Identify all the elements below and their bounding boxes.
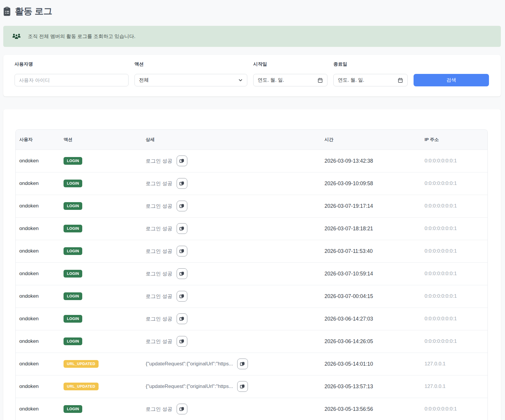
action-badge: LOGIN bbox=[64, 270, 82, 278]
action-badge: LOGIN bbox=[64, 315, 82, 323]
user-name: ondoken bbox=[19, 180, 39, 186]
detail-cell: 로그인 성공 bbox=[142, 398, 321, 420]
copy-button[interactable] bbox=[177, 313, 187, 324]
user-name: ondoken bbox=[19, 406, 39, 412]
col-header-user: 사용자 bbox=[16, 130, 60, 150]
table-row: ondoken LOGIN 로그인 성공 2026-03-09-13:42:38 bbox=[16, 150, 487, 172]
ip-cell: 0:0:0:0:0:0:0:1 bbox=[421, 398, 487, 420]
time-cell: 2026-03-07-10:59:14 bbox=[321, 262, 421, 285]
copy-button[interactable] bbox=[177, 201, 187, 211]
copy-icon bbox=[179, 226, 185, 232]
detail-text: 로그인 성공 bbox=[146, 338, 172, 345]
detail-text: 로그인 성공 bbox=[146, 270, 172, 277]
detail-cell: 로그인 성공 bbox=[142, 172, 321, 195]
clipboard-list-icon bbox=[3, 7, 11, 16]
action-badge: LOGIN bbox=[64, 225, 82, 232]
table-row: ondoken LOGIN 로그인 성공 2026-03-06-14:27:03 bbox=[16, 308, 487, 330]
calendar-icon[interactable] bbox=[317, 77, 323, 83]
copy-button[interactable] bbox=[177, 336, 187, 347]
user-cell: ondoken bbox=[16, 240, 60, 262]
time-value: 2026-03-06-14:27:03 bbox=[324, 316, 373, 322]
start-date-value: 연도. 월. 일. bbox=[258, 77, 284, 83]
table-row: ondoken LOGIN 로그인 성공 2026-03-07-18:18:21 bbox=[16, 217, 487, 240]
action-cell: LOGIN bbox=[60, 285, 142, 308]
copy-icon bbox=[179, 271, 185, 277]
ip-value: 0:0:0:0:0:0:0:1 bbox=[425, 180, 457, 186]
action-cell: LOGIN bbox=[60, 262, 142, 285]
time-cell: 2026-03-07-00:04:15 bbox=[321, 285, 421, 308]
table-row: ondoken LOGIN 로그인 성공 2026-03-05-13:56:56 bbox=[16, 398, 487, 420]
user-cell: ondoken bbox=[16, 353, 60, 375]
ip-value: 0:0:0:0:0:0:0:1 bbox=[425, 158, 457, 164]
user-name: ondoken bbox=[19, 383, 39, 389]
table-row: ondoken URL_UPDATED {"updateRequest":{"o… bbox=[16, 353, 487, 375]
copy-button[interactable] bbox=[177, 404, 187, 414]
action-cell: LOGIN bbox=[60, 398, 142, 420]
user-name: ondoken bbox=[19, 316, 39, 321]
copy-button[interactable] bbox=[177, 246, 187, 256]
user-cell: ondoken bbox=[16, 375, 60, 398]
copy-icon bbox=[179, 158, 185, 164]
username-input[interactable] bbox=[15, 74, 129, 86]
ip-cell: 0:0:0:0:0:0:0:1 bbox=[421, 217, 487, 240]
time-value: 2026-03-05-13:57:13 bbox=[324, 383, 373, 389]
user-cell: ondoken bbox=[16, 217, 60, 240]
page-header: 활동 로그 bbox=[0, 0, 505, 19]
time-cell: 2026-03-05-13:57:13 bbox=[321, 375, 421, 398]
ip-cell: 0:0:0:0:0:0:0:1 bbox=[421, 285, 487, 308]
copy-icon bbox=[179, 181, 185, 186]
copy-button[interactable] bbox=[177, 223, 187, 234]
search-button[interactable]: 검색 bbox=[414, 74, 489, 86]
copy-button[interactable] bbox=[177, 156, 187, 166]
action-badge: LOGIN bbox=[64, 157, 82, 165]
username-field-group: 사용자명 bbox=[15, 61, 129, 86]
time-value: 2026-03-07-10:59:14 bbox=[324, 271, 373, 277]
start-date-input[interactable]: 연도. 월. 일. bbox=[253, 74, 327, 86]
ip-cell: 0:0:0:0:0:0:0:1 bbox=[421, 150, 487, 172]
detail-text: 로그인 성공 bbox=[146, 158, 172, 164]
copy-icon bbox=[179, 316, 185, 322]
time-value: 2026-03-07-18:18:21 bbox=[324, 226, 373, 232]
action-select[interactable]: 전체 bbox=[134, 74, 247, 86]
copy-button[interactable] bbox=[237, 381, 248, 392]
user-name: ondoken bbox=[19, 271, 39, 276]
copy-button[interactable] bbox=[237, 359, 248, 369]
start-date-label: 시작일 bbox=[253, 61, 327, 67]
filter-panel: 사용자명 액션 전체 시작일 연도. 월. 일. bbox=[3, 55, 501, 96]
ip-value: 0:0:0:0:0:0:0:1 bbox=[425, 338, 457, 344]
end-date-input[interactable]: 연도. 월. 일. bbox=[333, 74, 408, 86]
copy-icon bbox=[240, 384, 245, 389]
table-row: ondoken LOGIN 로그인 성공 2026-03-07-19:17:14 bbox=[16, 195, 487, 217]
user-name: ondoken bbox=[19, 158, 39, 164]
action-badge: LOGIN bbox=[64, 292, 82, 300]
col-header-detail: 상세 bbox=[142, 130, 321, 150]
end-date-value: 연도. 월. 일. bbox=[338, 77, 364, 83]
col-header-time: 시간 bbox=[321, 130, 421, 150]
user-name: ondoken bbox=[19, 293, 39, 299]
ip-cell: 0:0:0:0:0:0:0:1 bbox=[421, 262, 487, 285]
user-cell: ondoken bbox=[16, 330, 60, 353]
detail-text: 로그인 성공 bbox=[146, 293, 172, 300]
action-field-group: 액션 전체 bbox=[134, 61, 247, 86]
col-header-action: 액션 bbox=[60, 130, 142, 150]
action-cell: LOGIN bbox=[60, 240, 142, 262]
detail-text: {"updateRequest":{"originalUrl":"https..… bbox=[146, 361, 233, 367]
time-cell: 2026-03-09-10:09:58 bbox=[321, 172, 421, 195]
calendar-icon[interactable] bbox=[398, 77, 403, 83]
detail-cell: 로그인 성공 bbox=[142, 217, 321, 240]
detail-cell: 로그인 성공 bbox=[142, 195, 321, 217]
end-date-field-group: 종료일 연도. 월. 일. bbox=[333, 61, 408, 86]
log-table-card: 사용자 액션 상세 시간 IP 주소 ondoken LOGIN 로그인 성공 bbox=[3, 109, 501, 420]
banner-text: 조직 전체 멤버의 활동 로그를 조회하고 있습니다. bbox=[28, 33, 135, 40]
action-cell: LOGIN bbox=[60, 172, 142, 195]
ip-value: 0:0:0:0:0:0:0:1 bbox=[425, 203, 457, 209]
copy-button[interactable] bbox=[177, 291, 187, 302]
copy-button[interactable] bbox=[177, 178, 187, 189]
copy-icon bbox=[179, 203, 185, 209]
ip-value: 0:0:0:0:0:0:0:1 bbox=[425, 226, 457, 231]
action-label: 액션 bbox=[134, 61, 247, 67]
time-value: 2026-03-09-13:42:38 bbox=[324, 158, 373, 164]
action-cell: LOGIN bbox=[60, 308, 142, 330]
user-name: ondoken bbox=[19, 226, 39, 231]
copy-button[interactable] bbox=[177, 268, 187, 279]
